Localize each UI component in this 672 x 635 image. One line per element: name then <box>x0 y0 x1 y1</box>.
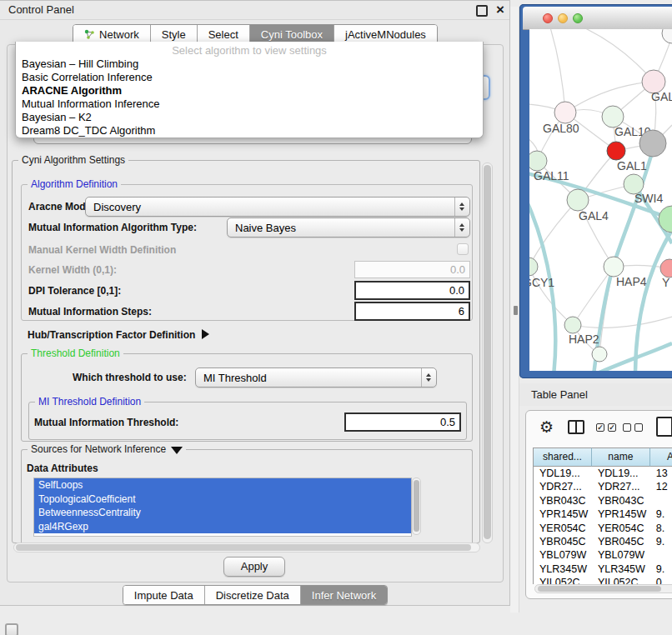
combo-spinner-icon <box>454 218 469 237</box>
table-row[interactable]: YER054CYER054C8. <box>534 522 672 535</box>
hub-transcription-factor-toggle[interactable]: Hub/Transcription Factor Definition <box>28 329 209 341</box>
network-node[interactable] <box>639 130 666 157</box>
algorithm-option[interactable]: Dream8 DC_TDC Algorithm <box>16 124 483 138</box>
network-window-titlebar[interactable] <box>523 7 672 30</box>
network-node[interactable] <box>662 29 672 43</box>
data-attribute-option[interactable]: BetweennessCentrality <box>34 506 411 520</box>
settings-horizontal-scrollbar[interactable] <box>13 542 480 552</box>
collapsed-panel-icon[interactable] <box>5 623 18 635</box>
mi-algorithm-type-select[interactable]: Naive Bayes <box>227 218 470 238</box>
algorithm-option[interactable]: ARACNE Algorithm <box>16 84 483 98</box>
network-edge <box>584 29 654 82</box>
tab-select[interactable]: Select <box>198 25 250 43</box>
combo-spinner-icon <box>454 198 469 216</box>
manual-kernel-width-label: Manual Kernel Width Definition <box>28 244 176 256</box>
algorithm-option[interactable]: Bayesian – Hill Climbing <box>16 58 483 71</box>
network-node[interactable] <box>604 257 624 277</box>
expand-right-icon <box>202 329 209 339</box>
kernel-width-input[interactable] <box>354 261 470 278</box>
table-cell: YBL079W <box>592 548 650 562</box>
table-cell: 9. <box>650 535 672 548</box>
table-options-gear-icon[interactable]: ⚙ <box>539 418 554 438</box>
table-panel-title: Table Panel <box>531 388 588 401</box>
tab-label: Infer Network <box>312 589 376 602</box>
network-node[interactable] <box>660 259 672 278</box>
column-header[interactable]: A <box>650 448 672 467</box>
table-row[interactable]: YBR045CYBR045C9. <box>534 535 672 548</box>
tab-discretize-data[interactable]: Discretize Data <box>205 586 301 604</box>
which-threshold-select[interactable]: MI Threshold <box>195 368 437 388</box>
zoom-window-button[interactable] <box>573 13 583 23</box>
data-attribute-option[interactable]: TopologicalCoefficient <box>34 492 411 507</box>
table-cell: YLR345W <box>592 562 650 576</box>
tab-impute-data[interactable]: Impute Data <box>123 586 205 604</box>
algorithm-option[interactable]: Mutual Information Inference <box>16 98 483 111</box>
tab-cyni-toolbox[interactable]: Cyni Toolbox <box>250 25 334 43</box>
show-columns-icon[interactable] <box>568 420 584 434</box>
network-node[interactable] <box>567 189 589 211</box>
mi-threshold-definition-group: MI Threshold Definition Mutual Informati… <box>28 402 467 440</box>
attributes-list-scrollbar[interactable] <box>412 478 421 535</box>
manual-kernel-width-checkbox[interactable] <box>457 243 469 255</box>
float-panel-icon[interactable] <box>476 5 488 17</box>
minimize-window-button[interactable] <box>558 13 568 23</box>
column-header[interactable]: name <box>592 448 650 467</box>
table-cell: 0. <box>650 576 672 584</box>
table-cell: YDL19... <box>534 467 592 480</box>
table-row[interactable]: YLR345WYLR345W9. <box>534 562 672 576</box>
table-row[interactable]: YDL19...YDL19...13 <box>534 467 672 480</box>
data-attributes-list[interactable]: SelfLoopsTopologicalCoefficientBetweenne… <box>33 478 412 537</box>
algorithm-option[interactable]: Basic Correlation Inference <box>16 71 483 84</box>
tab-label: Discretize Data <box>216 589 289 602</box>
apply-button[interactable]: Apply <box>223 557 285 577</box>
network-node[interactable] <box>564 317 581 333</box>
control-panel-window: Control Panel × NetworkStyleSelectCyni T… <box>0 0 510 606</box>
table-row[interactable]: YPR145WYPR145W9. <box>534 508 672 521</box>
data-attributes-label: Data Attributes <box>27 462 98 474</box>
tab-jactivemnodules[interactable]: jActiveMNodules <box>334 25 437 43</box>
network-node[interactable] <box>592 347 607 362</box>
dpi-tolerance-input[interactable] <box>354 281 470 300</box>
mi-threshold-input[interactable] <box>344 412 461 432</box>
table-toolbar: ⚙ ✓✓ <box>526 411 672 446</box>
table-row[interactable]: YIL052CYIL052C0. <box>534 576 672 584</box>
column-header[interactable]: shared... <box>534 448 592 467</box>
node-label: HAP2 <box>569 332 599 346</box>
algorithm-option[interactable]: Bayesian – K2 <box>16 111 483 124</box>
close-window-button[interactable] <box>543 13 553 23</box>
table-cell: YBR043C <box>592 494 650 508</box>
data-attribute-option[interactable]: gal4RGexp <box>34 520 411 534</box>
network-node[interactable] <box>554 102 576 123</box>
tab-infer-network[interactable]: Infer Network <box>301 586 387 604</box>
collapse-down-icon[interactable] <box>171 447 183 454</box>
network-node[interactable] <box>607 142 625 160</box>
tab-network[interactable]: Network <box>73 25 151 43</box>
table-horizontal-scrollbar[interactable] <box>534 584 672 593</box>
threshold-definition-group: Threshold Definition Which threshold to … <box>21 353 473 442</box>
node-label: Y <box>662 276 670 289</box>
aracne-mode-select[interactable]: Discovery <box>85 197 470 217</box>
table-row[interactable]: YBR043CYBR043C <box>534 494 672 508</box>
settings-vertical-scrollbar[interactable] <box>482 162 493 543</box>
close-panel-icon[interactable]: × <box>496 1 504 19</box>
network-node[interactable] <box>529 151 547 171</box>
data-attribute-option[interactable]: SelfLoops <box>34 478 411 492</box>
node-label: GAL <box>651 90 672 103</box>
tab-style[interactable]: Style <box>151 25 198 43</box>
network-node[interactable] <box>529 258 538 276</box>
deselect-all-columns-icon[interactable] <box>623 423 644 432</box>
cyni-bottom-tabbar: Impute DataDiscretize DataInfer Network <box>0 585 510 605</box>
table-row[interactable]: YBL079WYBL079W <box>534 548 672 562</box>
combo-spinner-icon <box>421 368 436 387</box>
select-all-columns-icon[interactable]: ✓✓ <box>596 423 618 432</box>
node-label: GAL1 <box>617 159 647 172</box>
table-row[interactable]: YDR27...YDR27...12 <box>534 480 672 493</box>
divider-collapse-grip[interactable] <box>514 306 518 315</box>
dpi-tolerance-label: DPI Tolerance [0,1]: <box>28 285 121 297</box>
aracne-mode-value: Discovery <box>93 201 141 213</box>
network-canvas[interactable]: GALGAL80GAL10GAL1GAL11SWI4GAL4GCY1HAP4YH… <box>529 29 672 371</box>
export-table-icon[interactable] <box>656 417 672 437</box>
table-cell: YER054C <box>592 522 650 535</box>
table-cell: YDL19... <box>592 467 650 480</box>
mi-steps-input[interactable] <box>354 302 470 321</box>
